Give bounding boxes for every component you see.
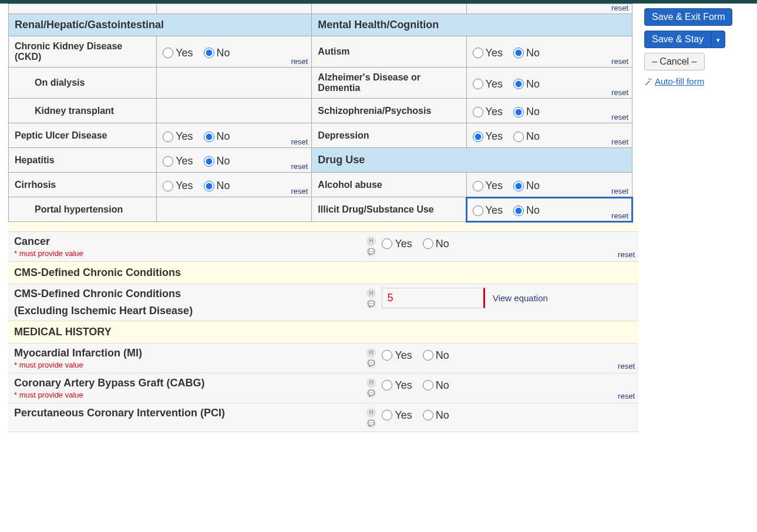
autofill-link[interactable]: Auto-fill form bbox=[644, 76, 704, 86]
comment-icon[interactable]: 💬 bbox=[366, 389, 376, 398]
peptic-yes[interactable]: Yes bbox=[163, 130, 193, 143]
hep-no[interactable]: No bbox=[204, 155, 230, 167]
cancel-button[interactable]: – Cancel – bbox=[644, 53, 705, 70]
reset-link[interactable]: reset bbox=[611, 137, 628, 146]
radio-no[interactable] bbox=[513, 132, 524, 142]
radio-no[interactable] bbox=[204, 132, 214, 142]
radio-yes[interactable] bbox=[382, 350, 392, 361]
reset-link[interactable]: reset bbox=[618, 392, 635, 400]
radio-yes[interactable] bbox=[382, 410, 392, 420]
peptic-no[interactable]: No bbox=[204, 130, 230, 143]
history-icon[interactable]: H bbox=[366, 237, 376, 246]
radio-yes[interactable] bbox=[473, 206, 483, 216]
reset-link[interactable]: reset bbox=[291, 137, 308, 146]
mi-no[interactable]: No bbox=[423, 349, 449, 362]
radio-yes[interactable] bbox=[473, 181, 483, 191]
comment-icon[interactable]: 💬 bbox=[366, 247, 376, 257]
depress-yes[interactable]: Yes bbox=[473, 130, 503, 143]
save-stay-button[interactable]: Save & Stay bbox=[644, 31, 711, 48]
alcohol-no[interactable]: No bbox=[513, 180, 540, 192]
reset-link[interactable]: reset bbox=[618, 362, 635, 371]
radio-no[interactable] bbox=[423, 380, 433, 390]
radio-no[interactable] bbox=[513, 206, 524, 216]
radio-yes[interactable] bbox=[163, 132, 173, 142]
radio-no[interactable] bbox=[423, 410, 433, 420]
pci-yes[interactable]: Yes bbox=[382, 409, 412, 422]
history-comment-icons: H💬 bbox=[366, 378, 376, 398]
cancer-no[interactable]: No bbox=[423, 238, 449, 250]
pci-no[interactable]: No bbox=[423, 409, 449, 422]
reset-link[interactable]: reset bbox=[611, 88, 628, 97]
radio-yes[interactable] bbox=[473, 107, 483, 117]
history-icon[interactable]: H bbox=[366, 408, 376, 417]
radio-yes[interactable] bbox=[473, 79, 483, 89]
radio-no[interactable] bbox=[513, 181, 524, 191]
schizo-no[interactable]: No bbox=[513, 106, 540, 118]
ckd-no[interactable]: No bbox=[204, 47, 230, 59]
comment-icon[interactable]: 💬 bbox=[366, 299, 376, 308]
history-comment-icons: H💬 bbox=[366, 408, 376, 428]
reset-link[interactable]: reset bbox=[611, 4, 628, 12]
radio-no[interactable] bbox=[204, 156, 214, 167]
alcohol-yes[interactable]: Yes bbox=[473, 180, 503, 192]
alz-no[interactable]: No bbox=[513, 78, 540, 90]
table-row: Hepatitis Yes No reset Drug Use bbox=[9, 148, 632, 173]
mi-yes[interactable]: Yes bbox=[382, 349, 412, 362]
radio-yes[interactable] bbox=[163, 181, 173, 191]
radio-yes[interactable] bbox=[382, 380, 392, 390]
reset-link[interactable]: reset bbox=[611, 57, 628, 66]
radio-yes[interactable] bbox=[473, 48, 483, 58]
alz-yes[interactable]: Yes bbox=[473, 78, 503, 90]
history-icon[interactable]: H bbox=[366, 288, 376, 298]
value-ckd: Yes No reset bbox=[157, 36, 312, 68]
schizo-yes[interactable]: Yes bbox=[473, 106, 503, 118]
banner-cms: CMS-Defined Chronic Conditions bbox=[8, 261, 638, 284]
reset-link[interactable]: reset bbox=[611, 113, 628, 122]
illicit-yes[interactable]: Yes bbox=[473, 204, 503, 217]
row-cabg: Coronary Artery Bypass Graft (CABG) * mu… bbox=[8, 373, 638, 403]
autism-no[interactable]: No bbox=[513, 47, 540, 59]
value-hepatitis: Yes No reset bbox=[157, 148, 312, 173]
radio-yes[interactable] bbox=[473, 132, 483, 142]
cabg-no[interactable]: No bbox=[423, 379, 449, 392]
table-row: Portal hypertension Illicit Drug/Substan… bbox=[9, 197, 632, 222]
reset-link[interactable]: reset bbox=[291, 57, 308, 66]
radio-yes[interactable] bbox=[382, 238, 392, 249]
radio-yes[interactable] bbox=[163, 156, 173, 167]
radio-no[interactable] bbox=[513, 107, 524, 117]
radio-no[interactable] bbox=[204, 181, 214, 191]
reset-link[interactable]: reset bbox=[291, 162, 308, 171]
cabg-yes[interactable]: Yes bbox=[382, 379, 412, 392]
save-exit-button[interactable]: Save & Exit Form bbox=[644, 8, 732, 26]
comment-icon[interactable]: 💬 bbox=[366, 419, 376, 428]
empty-cell bbox=[157, 4, 312, 14]
radio-no[interactable] bbox=[423, 238, 433, 249]
value-cabg: H💬 Yes No reset bbox=[361, 373, 638, 403]
value-illicit: Yes No reset bbox=[466, 197, 632, 222]
illicit-no[interactable]: No bbox=[513, 204, 540, 217]
depress-no[interactable]: No bbox=[513, 130, 540, 143]
reset-link[interactable]: reset bbox=[611, 187, 628, 196]
radio-no[interactable] bbox=[423, 350, 433, 361]
reset-link[interactable]: reset bbox=[618, 250, 635, 259]
save-stay-caret[interactable] bbox=[711, 31, 725, 48]
cancer-yes[interactable]: Yes bbox=[382, 238, 412, 250]
wand-icon bbox=[644, 78, 652, 86]
history-icon[interactable]: H bbox=[366, 378, 376, 388]
comment-icon[interactable]: 💬 bbox=[366, 359, 376, 368]
cirr-yes[interactable]: Yes bbox=[163, 180, 193, 192]
cirr-no[interactable]: No bbox=[204, 180, 230, 192]
reset-link[interactable]: reset bbox=[611, 211, 628, 220]
view-equation-link[interactable]: View equation bbox=[493, 293, 548, 303]
radio-no[interactable] bbox=[513, 48, 524, 58]
label-alcohol: Alcohol abuse bbox=[312, 173, 466, 197]
hep-yes[interactable]: Yes bbox=[163, 155, 193, 167]
history-icon[interactable]: H bbox=[366, 348, 376, 358]
ckd-yes[interactable]: Yes bbox=[163, 47, 193, 59]
label-cabg: Coronary Artery Bypass Graft (CABG) * mu… bbox=[8, 373, 361, 403]
reset-link[interactable]: reset bbox=[291, 187, 308, 196]
radio-no[interactable] bbox=[204, 48, 214, 58]
autism-yes[interactable]: Yes bbox=[473, 47, 503, 59]
radio-no[interactable] bbox=[513, 79, 524, 89]
radio-yes[interactable] bbox=[163, 48, 173, 58]
